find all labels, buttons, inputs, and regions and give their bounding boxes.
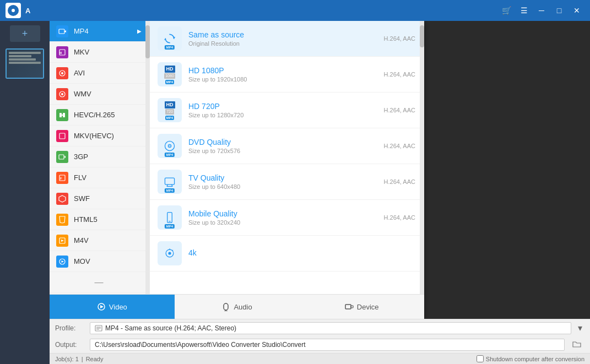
hd-720p-icon: HD 720 MP4 xyxy=(158,98,182,122)
option-hd-1080p[interactable]: HD 1080 MP4 HD 1080P Size up to 1920x108… xyxy=(149,57,424,93)
format-dropdown: MP4 ▶ M MKV xyxy=(50,21,424,319)
cart-icon-btn[interactable]: 🛒 xyxy=(499,3,514,18)
shutdown-option: Shutdown computer after conversion xyxy=(477,355,584,362)
option-same-as-source[interactable]: MP4 Same as source Original Resolution H… xyxy=(149,21,424,57)
m4v-icon xyxy=(56,235,68,247)
hd-1080p-name: HD 1080P xyxy=(188,66,377,75)
svg-rect-43 xyxy=(351,306,353,308)
format-item-mkv[interactable]: M MKV xyxy=(50,42,148,63)
minimize-button[interactable]: ─ xyxy=(534,3,549,18)
profile-icon xyxy=(95,324,102,332)
options-scrollbar-thumb[interactable] xyxy=(420,25,424,47)
title-bar-left: A xyxy=(6,3,30,18)
format-item-m4v[interactable]: M4V xyxy=(50,230,148,251)
svg-rect-1 xyxy=(59,29,64,34)
hd-720p-info: HD 720P Size up to 1280x720 xyxy=(188,102,377,118)
format-label-wmv: WMV xyxy=(74,90,91,98)
4k-name: 4k xyxy=(188,248,409,257)
device-tab-icon xyxy=(345,302,354,311)
dvd-badge: MP4 xyxy=(165,153,175,157)
svg-line-37 xyxy=(172,250,173,251)
svg-marker-17 xyxy=(59,195,66,202)
4k-info: 4k xyxy=(188,248,409,258)
svg-marker-22 xyxy=(62,260,64,263)
mobile-badge: MP4 xyxy=(165,224,175,229)
format-label-mov: MOV xyxy=(74,257,90,265)
option-dvd-quality[interactable]: MP4 DVD Quality Size up to 720x576 H.264… xyxy=(149,128,424,164)
mkv-icon: M xyxy=(56,46,68,58)
scrollbar-thumb[interactable] xyxy=(145,25,150,58)
content-row: MP4 ▶ M MKV xyxy=(50,21,590,319)
app-body: + xyxy=(0,21,590,364)
format-label-mkvhevc: MKV(HEVC) xyxy=(74,132,114,140)
mobile-quality-codec: H.264, AAC xyxy=(384,214,415,221)
flv-icon: F xyxy=(56,172,68,184)
format-item-mov[interactable]: MOV xyxy=(50,251,148,272)
option-mobile-quality[interactable]: MP4 Mobile Quality Size up to 320x240 H.… xyxy=(149,200,424,236)
tab-audio[interactable]: Audio xyxy=(175,295,300,319)
same-as-source-desc: Original Resolution xyxy=(188,40,377,47)
hd-1080p-codec: H.264, AAC xyxy=(384,71,415,78)
status-bar: Job(s): 1 | Ready Shutdown computer afte… xyxy=(50,353,590,364)
output-label: Output: xyxy=(55,341,85,349)
same-as-source-codec: H.264, AAC xyxy=(384,35,415,42)
format-label-3gp: 3GP xyxy=(74,153,88,161)
file-thumbnail[interactable] xyxy=(6,48,44,79)
close-button[interactable]: ✕ xyxy=(569,3,584,18)
format-item-swf[interactable]: SWF xyxy=(50,188,148,209)
option-4k[interactable]: 4k xyxy=(149,236,424,271)
maximize-button[interactable]: □ xyxy=(551,3,567,18)
hd-1080p-info: HD 1080P Size up to 1920x1080 xyxy=(188,66,377,83)
svg-marker-20 xyxy=(61,240,64,242)
same-as-source-name: Same as source xyxy=(188,30,377,39)
shutdown-label: Shutdown computer after conversion xyxy=(486,356,584,362)
format-item-avi[interactable]: AVI xyxy=(50,63,148,84)
format-item-wmv[interactable]: WMV xyxy=(50,84,148,105)
format-item-flv[interactable]: F FLV xyxy=(50,167,148,188)
title-bar-controls: 🛒 ☰ ─ □ ✕ xyxy=(499,3,584,18)
format-item-hevc[interactable]: HEVC/H.265 xyxy=(50,105,148,126)
same-as-source-badge: MP4 xyxy=(165,45,175,50)
hd-720p-codec: H.264, AAC xyxy=(384,107,415,113)
svg-text:M: M xyxy=(59,51,62,55)
format-item-html5[interactable]: HTML5 xyxy=(50,209,148,230)
tv-quality-desc: Size up to 640x480 xyxy=(188,183,377,190)
3gp-icon xyxy=(56,151,68,163)
mobile-quality-info: Mobile Quality Size up to 320x240 xyxy=(188,209,377,226)
options-scrollbar-track xyxy=(420,21,424,294)
format-label-mkv: MKV xyxy=(74,48,89,56)
list-icon-btn[interactable]: ☰ xyxy=(516,3,532,18)
format-label-mp4: MP4 xyxy=(74,27,89,35)
format-item-3gp[interactable]: 3GP xyxy=(50,146,148,167)
format-label-html5: HTML5 xyxy=(74,215,98,224)
job-count: Job(s): 1 xyxy=(55,356,79,362)
add-file-button[interactable]: + xyxy=(10,25,40,42)
format-item-more[interactable]: — xyxy=(50,272,148,293)
svg-rect-13 xyxy=(59,155,64,159)
format-label-m4v: M4V xyxy=(74,236,89,245)
output-browse-button[interactable] xyxy=(569,339,584,351)
profile-dropdown-button[interactable]: ▾ xyxy=(576,322,584,334)
tab-video[interactable]: Video xyxy=(50,295,175,319)
hd-720p-desc: Size up to 1280x720 xyxy=(188,112,377,118)
option-tv-quality[interactable]: MP4 TV Quality Size up to 640x480 H.264,… xyxy=(149,164,424,200)
svg-point-0 xyxy=(12,9,15,12)
format-item-mkvhevc[interactable]: MKV(HEVC) xyxy=(50,126,148,146)
video-tab-icon xyxy=(97,302,106,311)
tab-device[interactable]: Device xyxy=(299,295,424,319)
dvd-quality-codec: H.264, AAC xyxy=(384,143,415,149)
thumbnail-image xyxy=(7,50,43,78)
hd-720p-name: HD 720P xyxy=(188,102,377,111)
shutdown-checkbox[interactable] xyxy=(477,355,484,362)
option-hd-720p[interactable]: HD 720 MP4 HD 720P Size up to 1280x720 H… xyxy=(149,93,424,128)
svg-point-27 xyxy=(169,145,170,146)
swf-icon xyxy=(56,193,68,205)
format-item-mp4[interactable]: MP4 ▶ xyxy=(50,21,148,42)
svg-rect-42 xyxy=(345,305,351,309)
hd720-badge: MP4 xyxy=(165,116,174,120)
dvd-quality-name: DVD Quality xyxy=(188,138,377,146)
mp4-arrow: ▶ xyxy=(137,28,142,34)
svg-point-8 xyxy=(61,93,63,95)
hd-1080p-desc: Size up to 1920x1080 xyxy=(188,76,377,83)
avi-icon xyxy=(56,67,68,79)
